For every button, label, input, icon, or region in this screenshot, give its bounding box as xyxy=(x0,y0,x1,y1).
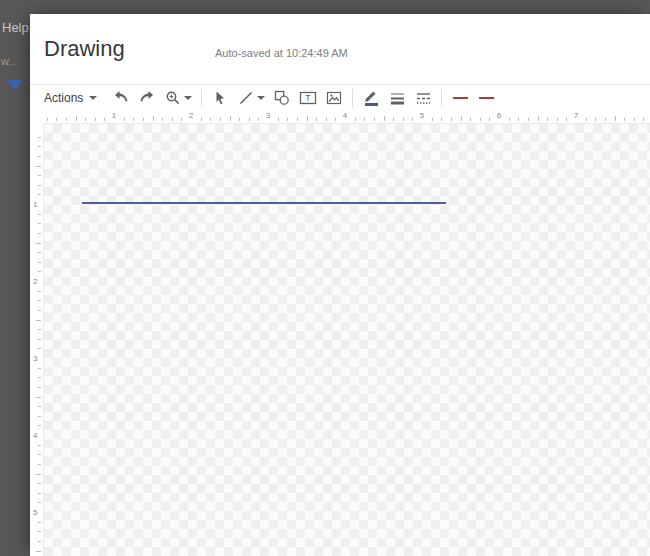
background-help-menu: Help xyxy=(2,20,29,35)
chevron-down-icon xyxy=(184,96,192,100)
redo-icon xyxy=(139,90,155,106)
dialog-title: Drawing xyxy=(44,36,125,62)
insert-image-button[interactable] xyxy=(322,86,346,110)
line-end-button[interactable] xyxy=(474,86,498,110)
line-color-button[interactable] xyxy=(359,86,383,110)
cursor-icon xyxy=(212,90,228,106)
zoom-icon xyxy=(165,90,181,106)
shape-tool-button[interactable] xyxy=(270,86,294,110)
chevron-down-icon xyxy=(257,96,265,100)
drawing-toolbar: Actions T xyxy=(30,86,650,110)
pencil-icon xyxy=(365,91,378,102)
ruler-corner xyxy=(30,110,44,124)
line-dash-button[interactable] xyxy=(411,86,435,110)
line-tool-button[interactable] xyxy=(234,86,268,110)
dialog-header: Drawing Auto-saved at 10:24:49 AM xyxy=(30,14,650,85)
svg-text:T: T xyxy=(306,93,312,103)
drawn-line[interactable] xyxy=(82,202,446,204)
line-icon xyxy=(238,90,254,106)
undo-button[interactable] xyxy=(109,86,133,110)
zoom-button[interactable] xyxy=(161,86,195,110)
text-box-button[interactable]: T xyxy=(296,86,320,110)
line-end-icon xyxy=(479,97,494,99)
line-weight-icon xyxy=(390,91,405,106)
shape-icon xyxy=(274,90,290,106)
redo-button[interactable] xyxy=(135,86,159,110)
line-color-swatch xyxy=(365,103,378,106)
chevron-down-icon xyxy=(89,96,97,100)
vertical-ruler: 12345 xyxy=(30,124,44,556)
actions-menu-button[interactable]: Actions xyxy=(40,86,107,110)
toolbar-divider xyxy=(441,89,442,107)
select-tool-button[interactable] xyxy=(208,86,232,110)
background-ruler-marker-icon xyxy=(7,80,23,90)
line-start-icon xyxy=(453,97,468,99)
line-dash-icon xyxy=(416,91,431,106)
image-icon xyxy=(326,90,342,106)
line-start-button[interactable] xyxy=(448,86,472,110)
text-box-icon: T xyxy=(299,90,317,106)
undo-icon xyxy=(113,90,129,106)
background-doc-text: w.. xyxy=(1,55,14,67)
toolbar-divider xyxy=(201,89,202,107)
horizontal-ruler: 1234567 xyxy=(44,110,650,124)
autosave-status: Auto-saved at 10:24:49 AM xyxy=(215,47,348,59)
toolbar-divider xyxy=(352,89,353,107)
actions-label: Actions xyxy=(44,91,83,105)
drawing-canvas[interactable] xyxy=(44,124,650,556)
line-weight-button[interactable] xyxy=(385,86,409,110)
drawing-dialog: Drawing Auto-saved at 10:24:49 AM Action… xyxy=(30,14,650,556)
